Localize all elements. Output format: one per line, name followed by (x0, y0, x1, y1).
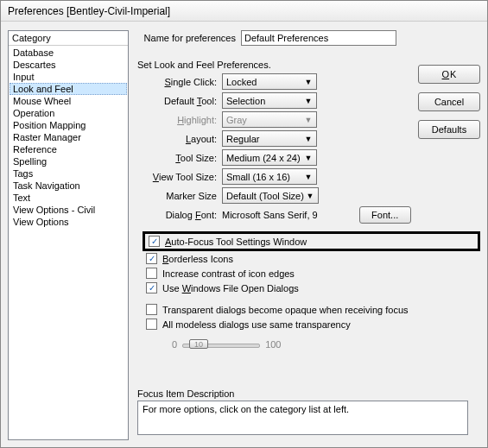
modeless-row: All modeless dialogs use same transparen… (146, 319, 480, 330)
dialog-font-label: Dialog Font: (137, 210, 222, 220)
transparent-checkbox[interactable] (146, 304, 157, 315)
layout-dropdown[interactable]: Regular▼ (222, 130, 317, 147)
transparency-slider[interactable]: 10 (182, 337, 260, 352)
file-dialogs-checkbox[interactable]: ✓ (146, 282, 157, 293)
transparent-row: Transparent dialogs become opaque when r… (146, 304, 480, 315)
window-title: Preferences [Bentley-Civil-Imperial] (1, 1, 487, 22)
name-label: Name for preferences (137, 33, 241, 43)
category-item-look-and-feel[interactable]: Look and Feel (10, 83, 127, 95)
category-item-view-options-civil[interactable]: View Options - Civil (10, 204, 127, 216)
single-click-dropdown[interactable]: Locked▼ (222, 73, 317, 90)
view-tool-size-dropdown[interactable]: Small (16 x 16)▼ (222, 168, 317, 185)
category-item-task-navigation[interactable]: Task Navigation (10, 180, 127, 192)
chevron-down-icon: ▼ (304, 192, 316, 200)
category-header: Category (9, 31, 128, 46)
category-item-spelling[interactable]: Spelling (10, 155, 127, 167)
contrast-checkbox[interactable] (146, 268, 157, 279)
layout-label: Layout: (137, 134, 222, 144)
highlight-label: Highlight: (137, 115, 222, 125)
category-list-box: Category DatabaseDescartesInputLook and … (8, 30, 129, 440)
category-item-descartes[interactable]: Descartes (10, 59, 127, 71)
contrast-row: Increase contrast of icon edges (146, 268, 480, 279)
chevron-down-icon: ▼ (302, 135, 314, 143)
category-item-operation[interactable]: Operation (10, 107, 127, 119)
tool-size-dropdown[interactable]: Medium (24 x 24)▼ (222, 149, 317, 166)
category-item-tags[interactable]: Tags (10, 167, 127, 180)
transparency-slider-row: 0 10 100 (172, 337, 480, 352)
dialog-font-row: Dialog Font: Microsoft Sans Serif, 9 Fon… (137, 206, 480, 224)
view-tool-size-label: View Tool Size: (137, 172, 222, 182)
marker-size-label: Marker Size (137, 191, 222, 201)
default-tool-label: Default Tool: (137, 96, 222, 106)
category-item-input[interactable]: Input (10, 71, 127, 83)
chevron-down-icon: ▼ (302, 173, 314, 181)
chevron-down-icon: ▼ (302, 154, 314, 162)
category-list[interactable]: DatabaseDescartesInputLook and FeelMouse… (9, 46, 128, 439)
borderless-row: ✓ Borderless Icons (146, 253, 480, 264)
main-panel: Name for preferences Set Look and Feel P… (137, 30, 480, 440)
focus-desc-label: Focus Item Description (137, 388, 468, 399)
slider-max: 100 (265, 339, 281, 350)
category-item-database[interactable]: Database (10, 47, 127, 59)
highlight-dropdown: Gray▼ (222, 111, 317, 128)
auto-focus-label: Auto-Focus Tool Settings Window (165, 237, 307, 247)
side-buttons: OK Cancel Defaults (418, 65, 480, 139)
category-item-view-options[interactable]: View Options (10, 216, 127, 228)
name-input[interactable] (241, 30, 396, 46)
default-tool-dropdown[interactable]: Selection▼ (222, 92, 317, 109)
chevron-down-icon: ▼ (302, 97, 314, 105)
preferences-window: Preferences [Bentley-Civil-Imperial] Cat… (0, 0, 488, 448)
tool-size-row: Tool Size:Medium (24 x 24)▼ (137, 149, 480, 166)
category-item-position-mapping[interactable]: Position Mapping (10, 119, 127, 131)
category-item-raster-manager[interactable]: Raster Manager (10, 131, 127, 143)
borderless-checkbox[interactable]: ✓ (146, 253, 157, 264)
tool-size-label: Tool Size: (137, 153, 222, 163)
view-tool-size-row: View Tool Size:Small (16 x 16)▼ (137, 168, 480, 185)
contrast-label: Increase contrast of icon edges (162, 268, 295, 279)
file-dialogs-label: Use Windows File Open Dialogs (162, 283, 299, 293)
transparent-label: Transparent dialogs become opaque when r… (162, 305, 409, 315)
chevron-down-icon: ▼ (302, 78, 314, 86)
category-item-text[interactable]: Text (10, 192, 127, 204)
category-item-reference[interactable]: Reference (10, 143, 127, 155)
focus-desc-section: Focus Item Description For more options,… (137, 388, 468, 435)
dialog-font-value: Microsoft Sans Serif, 9 (222, 210, 318, 220)
marker-size-dropdown[interactable]: Default (Tool Size)▼ (222, 187, 319, 204)
marker-size-row: Marker SizeDefault (Tool Size)▼ (137, 187, 480, 204)
font-button[interactable]: Font... (359, 206, 411, 224)
chevron-down-icon: ▼ (302, 116, 314, 124)
modeless-checkbox[interactable] (146, 319, 157, 330)
slider-thumb[interactable]: 10 (189, 339, 208, 349)
file-dialogs-row: ✓ Use Windows File Open Dialogs (146, 282, 480, 293)
slider-min: 0 (172, 339, 177, 350)
single-click-label: Single Click: (137, 77, 222, 87)
cancel-button[interactable]: Cancel (418, 92, 480, 111)
auto-focus-highlight: ✓ Auto-Focus Tool Settings Window (143, 231, 480, 251)
defaults-button[interactable]: Defaults (418, 120, 480, 139)
category-item-mouse-wheel[interactable]: Mouse Wheel (10, 95, 127, 107)
modeless-label: All modeless dialogs use same transparen… (162, 319, 351, 330)
borderless-label: Borderless Icons (162, 254, 233, 264)
auto-focus-checkbox[interactable]: ✓ (149, 236, 160, 247)
focus-desc-box: For more options, click on the category … (137, 401, 468, 435)
content-area: Category DatabaseDescartesInputLook and … (1, 22, 487, 447)
ok-button[interactable]: OK (418, 65, 480, 84)
name-row: Name for preferences (137, 30, 480, 46)
